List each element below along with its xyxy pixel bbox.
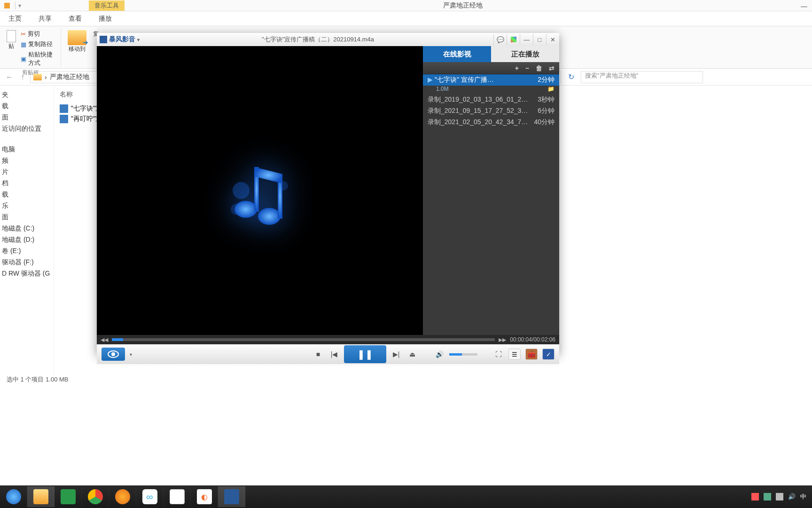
explorer-system-menu[interactable]: [0, 3, 14, 8]
playlist-item[interactable]: ▶"七字诀" 宣传广播… 2分钟: [423, 74, 559, 86]
nav-item[interactable]: 片: [2, 167, 52, 178]
ribbon-tab-play[interactable]: 播放: [90, 12, 120, 26]
explorer-minimize-button[interactable]: —: [801, 2, 807, 9]
ribbon-tabs: 主页 共享 查看 播放: [0, 11, 812, 26]
play-marker-icon: ▶: [428, 76, 433, 83]
paste-label: 贴: [8, 42, 14, 50]
video-file-icon: [60, 104, 68, 113]
nav-item[interactable]: 近访问的位置: [2, 123, 52, 135]
music-note-icon: [218, 148, 302, 233]
eject-button[interactable]: ⏏: [406, 348, 418, 360]
player-title: "七字诀"宣传广播稿（二）20210914.m4a: [142, 35, 493, 44]
tray-flag-icon[interactable]: [751, 493, 759, 500]
view-mode-dropdown[interactable]: ▾: [130, 352, 132, 357]
view-mode-button[interactable]: [102, 348, 125, 361]
move-to-button[interactable]: ➔ 移动到: [66, 29, 88, 54]
player-controls: ▾ ■ |◀ ❚❚ ▶| ⏏ 🔊 ⛶ ☰ 🧰 ✓: [97, 344, 559, 364]
paste-shortcut-button[interactable]: ▣粘贴快捷方式: [21, 50, 56, 68]
taskbar-app-2[interactable]: ∞: [136, 486, 164, 507]
playlist-toggle-button[interactable]: ☰: [508, 349, 521, 360]
player-logo[interactable]: 暴风影音 ▾: [97, 35, 142, 44]
taskbar-chrome[interactable]: [82, 486, 109, 507]
tray-volume-icon[interactable]: 🔊: [788, 493, 796, 500]
taskbar-ie[interactable]: [0, 486, 27, 507]
sidebar-tab-online[interactable]: 在线影视: [423, 46, 491, 62]
time-display: 00:00:04/00:02:06: [510, 336, 555, 343]
video-file-icon: [60, 115, 68, 123]
nav-back-button[interactable]: ←: [4, 73, 15, 81]
player-maximize-button[interactable]: □: [533, 34, 546, 45]
seek-track[interactable]: [112, 338, 495, 341]
system-tray: 🔊 中: [746, 492, 812, 501]
refresh-button[interactable]: ↻: [565, 72, 577, 81]
context-tab-music-tools[interactable]: 音乐工具: [89, 0, 125, 11]
taskbar-app-1[interactable]: [109, 486, 136, 507]
folder-icon[interactable]: 📁: [547, 86, 554, 92]
nav-item[interactable]: 载: [2, 101, 52, 112]
cut-button[interactable]: ✂剪切: [21, 29, 56, 39]
stop-button[interactable]: ■: [312, 348, 324, 360]
settings-button[interactable]: ✓: [542, 349, 554, 360]
toolbox-button[interactable]: 🧰: [525, 349, 538, 360]
nav-item[interactable]: 频: [2, 155, 52, 167]
volume-slider[interactable]: [449, 353, 477, 356]
tray-ime[interactable]: 中: [800, 492, 806, 501]
playlist-item[interactable]: 录制_2019_02_03_13_06_01_2…3秒钟: [423, 94, 559, 105]
player-titlebar[interactable]: 暴风影音 ▾ "七字诀"宣传广播稿（二）20210914.m4a 💬 — □ ✕: [97, 33, 559, 46]
nav-item[interactable]: 面: [2, 112, 52, 123]
player-close-button[interactable]: ✕: [546, 34, 559, 45]
playlist-add-button[interactable]: +: [515, 64, 519, 72]
playlist-remove-button[interactable]: −: [525, 64, 529, 72]
video-display-area[interactable]: [97, 46, 423, 335]
copy-path-button[interactable]: ▦复制路径: [21, 40, 56, 49]
nav-item[interactable]: D RW 驱动器 (G: [2, 268, 52, 279]
seek-back-button[interactable]: ◀◀: [101, 337, 108, 343]
volume-button[interactable]: 🔊: [433, 348, 445, 360]
playlist-loop-button[interactable]: ⇄: [549, 64, 554, 72]
logo-dropdown-icon[interactable]: ▾: [137, 37, 140, 42]
next-button[interactable]: ▶|: [390, 348, 402, 360]
nav-item[interactable]: 档: [2, 178, 52, 189]
taskbar-app-4[interactable]: ◐: [191, 486, 218, 507]
player-minimize-button[interactable]: —: [520, 34, 533, 45]
playlist-item[interactable]: 录制_2021_09_15_17_27_52_3…6分钟: [423, 105, 559, 117]
ribbon-tab-share[interactable]: 共享: [30, 12, 60, 26]
folder-icon: [33, 74, 42, 80]
nav-up-button[interactable]: ↑: [19, 73, 26, 81]
tray-shield-icon[interactable]: [764, 493, 771, 500]
nav-item[interactable]: 驱动器 (F:): [2, 257, 52, 268]
previous-button[interactable]: |◀: [328, 348, 340, 360]
ribbon-tab-view[interactable]: 查看: [60, 12, 90, 26]
ribbon-tab-home[interactable]: 主页: [0, 12, 30, 26]
player-color-button[interactable]: [507, 34, 520, 45]
nav-pane: 夹 载 面 近访问的位置 电脑 频 片 档 载 乐 面 地磁盘 (C:) 地磁盘…: [0, 86, 54, 377]
taskbar-player[interactable]: [218, 486, 245, 507]
svg-point-3: [234, 201, 257, 218]
playlist-delete-button[interactable]: 🗑: [536, 64, 542, 72]
sidebar-tab-now-playing[interactable]: 正在播放: [491, 46, 559, 62]
nav-item[interactable]: 夹: [2, 89, 52, 101]
taskbar-app-3[interactable]: [164, 486, 191, 507]
nav-item[interactable]: 地磁盘 (D:): [2, 234, 52, 246]
explorer-title: 严肃地正经地: [443, 1, 483, 10]
playlist: ▶"七字诀" 宣传广播… 2分钟 1.0M 📁 录制_2019_02_03_13…: [423, 74, 559, 335]
nav-item[interactable]: 面: [2, 212, 52, 223]
nav-item[interactable]: 电脑: [2, 144, 52, 155]
qat-dropdown[interactable]: ▾: [16, 2, 23, 9]
nav-item[interactable]: 地磁盘 (C:): [2, 223, 52, 234]
playlist-item[interactable]: 录制_2021_02_05_20_42_34_7…40分钟: [423, 117, 559, 128]
fullscreen-button[interactable]: ⛶: [492, 348, 505, 360]
player-comment-button[interactable]: 💬: [493, 34, 507, 45]
playlist-item-size: 1.0M 📁: [423, 86, 559, 94]
taskbar-store[interactable]: [55, 486, 82, 507]
seek-forward-button[interactable]: ▶▶: [499, 337, 506, 343]
nav-item[interactable]: 卷 (E:): [2, 246, 52, 257]
pause-button[interactable]: ❚❚: [344, 345, 386, 363]
paste-button[interactable]: 贴: [5, 29, 18, 68]
nav-item[interactable]: 乐: [2, 200, 52, 212]
search-input[interactable]: 搜索"严肃地正经地": [581, 71, 703, 83]
tray-network-icon[interactable]: [776, 493, 783, 500]
nav-item[interactable]: 载: [2, 189, 52, 200]
taskbar-explorer[interactable]: [27, 486, 55, 507]
taskbar: ∞ ◐ 🔊 中: [0, 485, 812, 508]
